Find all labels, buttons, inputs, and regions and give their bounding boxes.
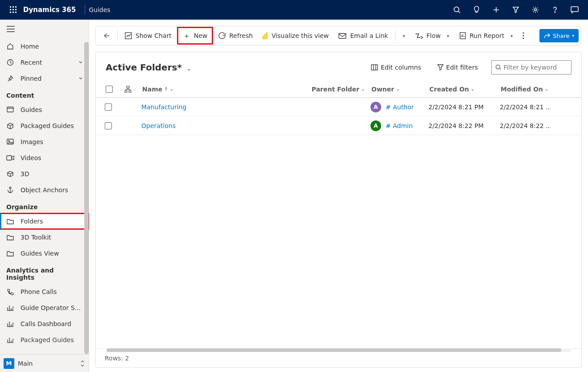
- app-launcher-button[interactable]: [4, 6, 23, 13]
- refresh-button[interactable]: Refresh: [214, 28, 257, 44]
- table-row[interactable]: Operations A# Admin 2/2/2024 8:22 PM 2/2…: [96, 116, 581, 135]
- table-row[interactable]: Manufacturing A# Author 2/2/2024 8:21 PM…: [96, 98, 581, 116]
- updown-icon: [80, 360, 85, 367]
- sidebar-item-calls-dashboard[interactable]: Calls Dashboard: [0, 316, 89, 332]
- folder-name-link[interactable]: Operations: [141, 122, 176, 129]
- grid-footer: Rows: 2: [96, 348, 581, 367]
- column-owner[interactable]: Owner ⌄: [369, 86, 427, 93]
- cell-created: 2/2/2024 8:22 PM: [426, 122, 497, 129]
- column-modified-on[interactable]: Modified On ⌄: [498, 86, 551, 93]
- back-button[interactable]: [99, 28, 115, 44]
- horizontal-scrollbar[interactable]: [107, 348, 571, 352]
- sidebar-item-label: Object Anchors: [21, 186, 68, 194]
- svg-line-10: [458, 11, 460, 13]
- svg-rect-30: [266, 32, 267, 39]
- sidebar-item-label: Recent: [21, 59, 42, 66]
- sidebar-item-pinned[interactable]: Pinned: [0, 70, 89, 87]
- flow-button[interactable]: Flow▾: [411, 28, 454, 44]
- row-checkbox[interactable]: [105, 122, 112, 129]
- email-split-chevron[interactable]: ▾: [398, 28, 409, 44]
- sidebar-item-label: Guides View: [21, 250, 59, 257]
- funnel-icon: [437, 64, 444, 70]
- chevron-down-icon: ⌄: [361, 87, 365, 91]
- sidebar-item-packaged-guides[interactable]: Packaged Guides: [0, 118, 89, 134]
- run-report-button[interactable]: Run Report▾: [455, 28, 518, 44]
- mail-icon: [338, 33, 346, 39]
- settings-button[interactable]: [526, 0, 545, 20]
- filter-button[interactable]: [506, 0, 526, 20]
- avatar: A: [370, 102, 381, 112]
- sidebar-item-guides-view[interactable]: Guides View: [0, 245, 89, 261]
- cmd-label: Show Chart: [136, 32, 172, 39]
- share-button[interactable]: Share▾: [539, 29, 579, 42]
- overflow-button[interactable]: [518, 28, 529, 44]
- lightbulb-button[interactable]: [467, 0, 486, 20]
- help-button[interactable]: [545, 0, 565, 20]
- view-title[interactable]: Active Folders* ⌄: [106, 62, 191, 73]
- email-link-button[interactable]: Email a Link: [334, 28, 392, 44]
- folder-name-link[interactable]: Manufacturing: [141, 103, 186, 111]
- hamburger-button[interactable]: [0, 20, 21, 38]
- filter-keyword-box[interactable]: [491, 60, 572, 74]
- assistant-button[interactable]: [565, 0, 584, 20]
- sidebar-item-recent[interactable]: Recent: [0, 54, 89, 70]
- add-button[interactable]: [486, 0, 506, 20]
- sidebar-item-phone-calls[interactable]: Phone Calls: [0, 284, 89, 300]
- visualize-button[interactable]: Visualize this view: [258, 28, 333, 44]
- sidebar-item-folders[interactable]: Folders: [0, 213, 89, 229]
- chevron-down-icon: ▾: [447, 33, 449, 38]
- svg-point-9: [454, 7, 459, 12]
- sidebar-item-videos[interactable]: Videos: [0, 150, 89, 166]
- chevron-down-icon: [78, 76, 83, 81]
- hierarchy-column[interactable]: [122, 86, 140, 93]
- section-organize: Organize: [0, 198, 89, 213]
- edit-columns-button[interactable]: Edit columns: [368, 64, 424, 71]
- svg-rect-2: [15, 6, 16, 8]
- sidebar-item-home[interactable]: Home: [0, 38, 89, 54]
- show-chart-button[interactable]: Show Chart: [120, 28, 176, 44]
- main-area: Show Chart ＋New Refresh Visualize this v…: [89, 20, 588, 372]
- filter-keyword-input[interactable]: [503, 64, 567, 71]
- sidebar-scrollbar[interactable]: [84, 39, 89, 352]
- grid-body: Manufacturing A# Author 2/2/2024 8:21 PM…: [96, 98, 581, 348]
- sidebar-item-3d[interactable]: 3D: [0, 166, 89, 182]
- sidebar-item-packaged-guides-report[interactable]: Packaged Guides: [0, 332, 89, 348]
- cmd-label: Flow: [427, 32, 441, 39]
- home-icon: [6, 42, 14, 50]
- sidebar-item-3d-toolkit[interactable]: 3D Toolkit: [0, 229, 89, 245]
- row-checkbox[interactable]: [105, 103, 112, 111]
- plus-icon: ＋: [183, 31, 190, 41]
- sidebar-item-object-anchors[interactable]: Object Anchors: [0, 182, 89, 198]
- select-all-checkbox[interactable]: [97, 86, 122, 93]
- sidebar-item-guides[interactable]: Guides: [0, 102, 89, 118]
- svg-point-14: [535, 9, 537, 11]
- sidebar-item-images[interactable]: Images: [0, 134, 89, 150]
- sidebar-item-guide-operator[interactable]: Guide Operator S...: [0, 300, 89, 316]
- new-button[interactable]: ＋New: [177, 27, 214, 45]
- app-name[interactable]: Dynamics 365: [23, 6, 76, 14]
- search-icon: [453, 6, 461, 14]
- back-arrow-icon: [103, 33, 110, 39]
- cmd-label: Share: [553, 33, 570, 39]
- powerbi-icon: [263, 32, 268, 39]
- hamburger-icon: [7, 26, 15, 32]
- module-name[interactable]: Guides: [89, 6, 110, 13]
- chevron-down-icon: ⌄: [187, 66, 191, 72]
- cell-created: 2/2/2024 8:21 PM: [426, 103, 497, 111]
- column-parent-folder[interactable]: Parent Folder ⌄: [309, 86, 369, 93]
- folder-icon: [6, 233, 14, 241]
- column-name[interactable]: Name ↑ ⌄: [140, 86, 309, 93]
- sidebar-item-label: Home: [21, 43, 39, 50]
- sidebar-item-label: 3D: [21, 170, 29, 178]
- area-switcher[interactable]: M Main: [0, 354, 89, 372]
- svg-rect-0: [10, 6, 11, 8]
- edit-filters-button[interactable]: Edit filters: [435, 64, 481, 71]
- chevron-down-icon: [78, 60, 83, 65]
- search-button[interactable]: [447, 0, 467, 20]
- owner-link[interactable]: # Author: [386, 103, 414, 111]
- column-created-on[interactable]: Created On ⌄: [427, 86, 498, 93]
- section-analytics: Analytics and Insights: [0, 261, 89, 284]
- svg-rect-7: [12, 12, 14, 13]
- owner-link[interactable]: # Admin: [386, 122, 413, 129]
- refresh-icon: [218, 32, 226, 39]
